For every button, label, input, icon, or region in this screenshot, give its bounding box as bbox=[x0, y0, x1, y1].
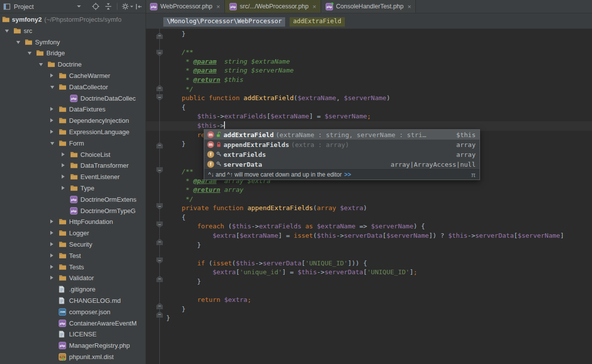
code-line-29[interactable]: return $extra; bbox=[166, 295, 564, 305]
tree-item-ExpressionLanguage[interactable]: ExpressionLanguage bbox=[0, 126, 146, 138]
tree-item-src[interactable]: src bbox=[0, 25, 146, 36]
tree-item-.gitignore[interactable]: .gitignore bbox=[0, 284, 146, 295]
fold-marker-up-icon[interactable] bbox=[156, 239, 163, 245]
tree-item-ChoiceList[interactable]: ChoiceList bbox=[0, 149, 146, 160]
tree-item-Logger[interactable]: Logger bbox=[0, 227, 146, 239]
tree-item-Doctrine[interactable]: Doctrine bbox=[0, 59, 146, 70]
code-line-24[interactable] bbox=[166, 250, 564, 259]
code-line-5[interactable]: * @return $this bbox=[166, 75, 564, 85]
chevron-collapsed-icon[interactable] bbox=[50, 242, 53, 246]
code-line-20[interactable]: { bbox=[166, 213, 564, 222]
code-line-23[interactable]: } bbox=[166, 241, 564, 250]
tree-item-DataCollector[interactable]: DataCollector bbox=[0, 81, 146, 93]
chevron-collapsed-icon[interactable] bbox=[62, 152, 65, 156]
chevron-collapsed-icon[interactable] bbox=[50, 231, 53, 235]
tree-item-ContainerAwareEventM[interactable]: phpContainerAwareEventM bbox=[0, 318, 146, 329]
editor-tab-src-webprocessor-php[interactable]: phpsrc/.../WebProcessor.php× bbox=[225, 0, 321, 13]
completion-item-extraFields[interactable]: fextraFieldsarray bbox=[204, 149, 480, 159]
breadcrumb-ns[interactable]: \Monolog\Processor\WebProcessor bbox=[163, 17, 285, 27]
settings-gear-icon[interactable] bbox=[121, 0, 129, 13]
code-line-30[interactable]: } bbox=[166, 305, 564, 314]
tree-item-DataTransformer[interactable]: DataTransformer bbox=[0, 160, 146, 171]
chevron-collapsed-icon[interactable] bbox=[62, 186, 65, 190]
code-line-2[interactable]: /** bbox=[166, 48, 564, 57]
fold-marker-up-icon[interactable] bbox=[156, 303, 163, 309]
tree-item-LICENSE[interactable]: LICENSE bbox=[0, 328, 146, 340]
code-line-31[interactable]: } bbox=[166, 314, 564, 323]
fold-marker-up-icon[interactable] bbox=[156, 85, 163, 91]
tree-item-DoctrineOrmExtens[interactable]: phpDoctrineOrmExtens bbox=[0, 194, 146, 205]
tree-item-Test[interactable]: Test bbox=[0, 250, 146, 261]
chevron-expanded-icon[interactable] bbox=[50, 142, 54, 145]
chevron-collapsed-icon[interactable] bbox=[50, 118, 53, 122]
chevron-collapsed-icon[interactable] bbox=[50, 276, 53, 280]
code-line-6[interactable]: */ bbox=[166, 85, 564, 94]
fold-marker-up-icon[interactable] bbox=[156, 311, 163, 318]
tree-item-Symfony[interactable]: Symfony bbox=[0, 36, 146, 48]
settings-dropdown-icon[interactable] bbox=[130, 0, 134, 13]
fold-marker-up-icon[interactable] bbox=[156, 33, 163, 39]
chevron-collapsed-icon[interactable] bbox=[62, 175, 65, 179]
chevron-collapsed-icon[interactable] bbox=[50, 254, 53, 257]
project-view-dropdown-icon[interactable] bbox=[77, 0, 81, 13]
breadcrumb-method[interactable]: addExtraField bbox=[290, 17, 345, 27]
code-line-4[interactable]: * @param string $serverName bbox=[166, 66, 564, 75]
completion-item-serverData[interactable]: fserverDataarray|ArrayAccess|null bbox=[204, 159, 480, 169]
tree-root-symfony2[interactable]: symfony2(~/PhpstormProjects/symfo bbox=[0, 14, 146, 25]
code-line-19[interactable]: private function appendExtraFields(array… bbox=[166, 204, 564, 213]
fold-marker-down-icon[interactable] bbox=[156, 203, 163, 210]
code-line-21[interactable]: foreach ($this->extraFields as $extraNam… bbox=[166, 222, 564, 231]
tree-item-CHANGELOG.md[interactable]: CHANGELOG.md bbox=[0, 295, 146, 306]
tree-item-DoctrineOrmTypeG[interactable]: phpDoctrineOrmTypeG bbox=[0, 205, 146, 217]
chevron-collapsed-icon[interactable] bbox=[62, 163, 65, 167]
code-line-25[interactable]: if (isset($this->serverData['UNIQUE_ID']… bbox=[166, 259, 564, 268]
hide-panel-icon[interactable] bbox=[135, 0, 143, 13]
chevron-expanded-icon[interactable] bbox=[50, 86, 54, 89]
code-line-3[interactable]: * @param string $extraName bbox=[166, 57, 564, 67]
tree-item-CacheWarmer[interactable]: CacheWarmer bbox=[0, 70, 146, 81]
code-line-7[interactable]: public function addExtraField($extraName… bbox=[166, 94, 564, 103]
scroll-from-source-icon[interactable] bbox=[92, 0, 100, 13]
tree-item-HttpFoundation[interactable]: HttpFoundation bbox=[0, 216, 146, 227]
code-line-0[interactable]: } bbox=[166, 30, 564, 39]
tree-item-ManagerRegistry.php[interactable]: phpManagerRegistry.php bbox=[0, 340, 146, 351]
fold-marker-up-icon[interactable] bbox=[156, 142, 163, 148]
tree-item-phpunit.xml.dist[interactable]: </>phpunit.xml.dist bbox=[0, 351, 146, 363]
code-line-22[interactable]: $extra[$extraName] = isset($this->server… bbox=[166, 231, 564, 241]
code-line-18[interactable]: */ bbox=[166, 195, 564, 204]
chevron-collapsed-icon[interactable] bbox=[50, 130, 53, 134]
tree-item-Bridge[interactable]: Bridge bbox=[0, 47, 146, 59]
tree-item-DoctrineDataCollec[interactable]: phpDoctrineDataCollec bbox=[0, 93, 146, 104]
fold-marker-down-icon[interactable] bbox=[156, 94, 163, 101]
editor-tab-consolehandlertest-php[interactable]: phpConsoleHandlerTest.php× bbox=[321, 0, 416, 13]
code-line-9[interactable]: $this->extraFields[$extraName] = $server… bbox=[166, 112, 564, 121]
tree-item-EventListener[interactable]: EventListener bbox=[0, 171, 146, 182]
fold-marker-down-icon[interactable] bbox=[156, 221, 163, 228]
collapse-all-icon[interactable] bbox=[105, 0, 112, 13]
tree-item-DataFixtures[interactable]: DataFixtures bbox=[0, 104, 146, 115]
code-line-27[interactable]: } bbox=[166, 277, 564, 287]
chevron-collapsed-icon[interactable] bbox=[50, 219, 53, 223]
close-icon[interactable]: × bbox=[216, 3, 220, 10]
code-line-28[interactable] bbox=[166, 287, 564, 296]
tree-item-Form[interactable]: Form bbox=[0, 138, 146, 149]
code-line-26[interactable]: $extra['unique_id'] = $this->serverData[… bbox=[166, 268, 564, 277]
chevron-expanded-icon[interactable] bbox=[39, 63, 43, 66]
fold-marker-down-icon[interactable] bbox=[156, 167, 163, 174]
editor-tab-webprocessor-php[interactable]: phpWebProcessor.php× bbox=[146, 0, 225, 13]
project-tree-panel[interactable]: symfony2(~/PhpstormProjects/symfosrcSymf… bbox=[0, 13, 146, 364]
fold-marker-down-icon[interactable] bbox=[156, 257, 163, 264]
code-line-8[interactable]: { bbox=[166, 103, 564, 112]
close-icon[interactable]: × bbox=[407, 3, 411, 10]
chevron-expanded-icon[interactable] bbox=[16, 41, 20, 44]
code-line-1[interactable] bbox=[166, 39, 564, 48]
chevron-expanded-icon[interactable] bbox=[5, 30, 9, 33]
tree-item-Type[interactable]: Type bbox=[0, 182, 146, 194]
tree-item-DependencyInjection[interactable]: DependencyInjection bbox=[0, 115, 146, 126]
completion-item-appendExtraFields[interactable]: mappendExtraFields(extra : array)array bbox=[204, 140, 480, 149]
code-line-17[interactable]: * @return array bbox=[166, 185, 564, 195]
code-editor[interactable]: } /** * @param string $extraName * @para… bbox=[146, 29, 592, 364]
completion-item-addExtraField[interactable]: maddExtraField(extraName : string, serve… bbox=[204, 130, 480, 140]
project-view-icon[interactable] bbox=[3, 0, 11, 13]
chevron-collapsed-icon[interactable] bbox=[50, 265, 53, 269]
